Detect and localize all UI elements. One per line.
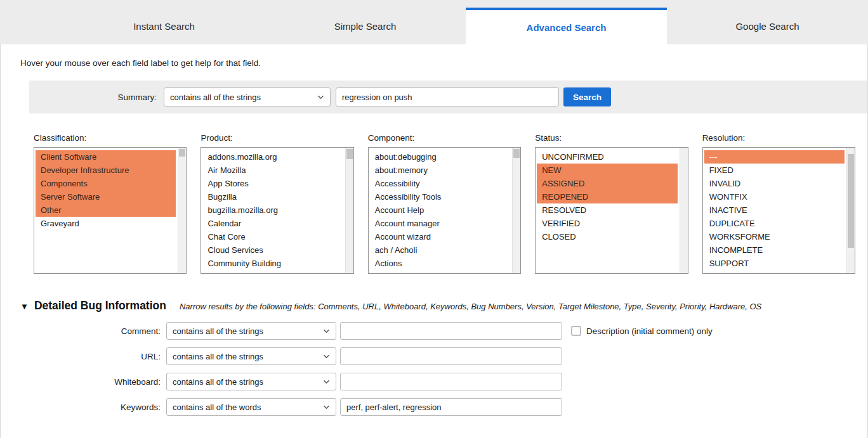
scrollbar[interactable]	[178, 148, 186, 273]
resolution-options: ---FIXEDINVALIDWONTFIXINACTIVEDUPLICATEW…	[703, 148, 846, 270]
filter-listboxes: Classification:Client SoftwareDeveloper …	[34, 133, 855, 274]
component-label: Component:	[368, 133, 521, 143]
option-community-building[interactable]: Community Building	[202, 257, 343, 270]
scrollbar[interactable]	[680, 148, 688, 273]
chevron-down-icon	[323, 329, 330, 333]
tab-instant-search[interactable]: Instant Search	[63, 8, 265, 44]
option-wontfix[interactable]: WONTFIX	[704, 190, 845, 203]
option-unconfirmed[interactable]: UNCONFIRMED	[537, 150, 677, 164]
select-value: contains all of the strings	[170, 93, 261, 102]
option-reopened[interactable]: REOPENED	[537, 190, 677, 203]
scrollbar[interactable]	[512, 148, 520, 273]
option-invalid[interactable]: INVALID	[704, 177, 845, 190]
option-worksforme[interactable]: WORKSFORME	[704, 230, 845, 243]
select-value: contains all of the words	[173, 403, 261, 412]
option-cloud-services[interactable]: Cloud Services	[202, 243, 343, 257]
resolution-field: Resolution:---FIXEDINVALIDWONTFIXINACTIV…	[702, 133, 855, 274]
scrollbar-thumb[interactable]	[346, 149, 353, 159]
detailed-fields: Comment:contains all of the stringsDescr…	[1, 322, 867, 416]
product-listbox[interactable]: addons.mozilla.orgAir MozillaApp StoresB…	[201, 147, 353, 274]
option-accessibility[interactable]: Accessibility	[370, 177, 510, 190]
search-button[interactable]: Search	[563, 87, 611, 106]
tab-advanced-search[interactable]: Advanced Search	[466, 8, 667, 44]
comment-label: Comment:	[1, 326, 161, 336]
option-about-memory[interactable]: about:memory	[370, 164, 510, 177]
option-closed[interactable]: CLOSED	[537, 230, 677, 243]
help-text: Hover your mouse over each field label t…	[20, 58, 867, 68]
keywords-input[interactable]	[340, 398, 562, 416]
option-account-wizard[interactable]: Account wizard	[370, 230, 510, 243]
option-app-stores[interactable]: App Stores	[202, 177, 343, 190]
whiteboard-label: Whiteboard:	[1, 377, 161, 387]
section-title: Detailed Bug Information	[34, 299, 166, 312]
description-only-checkbox-label[interactable]: Description (initial comment) only	[586, 326, 713, 336]
summary-match-select[interactable]: contains all of the strings	[164, 87, 331, 106]
option-developer-infrastructure[interactable]: Developer Infrastructure	[36, 164, 176, 177]
product-label: Product:	[201, 133, 353, 143]
url-row: URL:contains all of the strings	[1, 347, 867, 365]
component-listbox[interactable]: about:debuggingabout:memoryAccessibility…	[368, 147, 521, 274]
url-match-select[interactable]: contains all of the strings	[166, 347, 336, 365]
product-field: Product:addons.mozilla.orgAir MozillaApp…	[201, 133, 353, 274]
option-bugzilla[interactable]: Bugzilla	[202, 190, 343, 203]
component-field: Component:about:debuggingabout:memoryAcc…	[368, 133, 521, 274]
option-graveyard[interactable]: Graveyard	[36, 217, 176, 230]
search-tabs: Instant SearchSimple SearchAdvanced Sear…	[0, 0, 868, 44]
scrollbar-thumb[interactable]	[513, 149, 520, 158]
option-new[interactable]: NEW	[537, 164, 677, 177]
status-field: Status:UNCONFIRMEDNEWASSIGNEDREOPENEDRES…	[535, 133, 688, 274]
option-account-help[interactable]: Account Help	[370, 203, 510, 217]
tab-google-search[interactable]: Google Search	[667, 8, 868, 44]
option-ach-acholi[interactable]: ach / Acholi	[370, 243, 510, 257]
resolution-listbox[interactable]: ---FIXEDINVALIDWONTFIXINACTIVEDUPLICATEW…	[702, 147, 855, 274]
scrollbar[interactable]	[345, 148, 353, 273]
option-accessibility-tools[interactable]: Accessibility Tools	[370, 190, 510, 203]
collapse-arrow-icon[interactable]: ▼	[20, 302, 29, 311]
option-support[interactable]: SUPPORT	[704, 257, 845, 270]
scrollbar[interactable]	[846, 148, 855, 273]
select-value: contains all of the strings	[173, 377, 263, 387]
resolution-label: Resolution:	[702, 133, 855, 143]
scrollbar-thumb[interactable]	[179, 149, 185, 157]
whiteboard-input[interactable]	[340, 373, 562, 390]
option-inactive[interactable]: INACTIVE	[704, 203, 845, 217]
option-fixed[interactable]: FIXED	[704, 164, 845, 177]
classification-options: Client SoftwareDeveloper InfrastructureC…	[34, 148, 177, 230]
status-label: Status:	[535, 133, 688, 143]
option-air-mozilla[interactable]: Air Mozilla	[202, 164, 343, 177]
product-options: addons.mozilla.orgAir MozillaApp StoresB…	[201, 148, 344, 270]
detailed-bug-information-header[interactable]: ▼ Detailed Bug Information Narrow result…	[20, 299, 867, 312]
comment-input[interactable]	[340, 322, 562, 340]
option-actions[interactable]: Actions	[370, 257, 510, 270]
comment-match-select[interactable]: contains all of the strings	[166, 322, 336, 340]
option-other[interactable]: Other	[36, 203, 176, 217]
option-incomplete[interactable]: INCOMPLETE	[704, 243, 845, 257]
select-value: contains all of the strings	[173, 352, 263, 361]
option-resolved[interactable]: RESOLVED	[537, 203, 677, 217]
option-addons-mozilla-org[interactable]: addons.mozilla.org	[202, 150, 343, 164]
keywords-match-select[interactable]: contains all of the words	[166, 398, 336, 416]
option-duplicate[interactable]: DUPLICATE	[704, 217, 845, 230]
tab-simple-search[interactable]: Simple Search	[265, 8, 466, 44]
classification-field: Classification:Client SoftwareDeveloper …	[34, 133, 187, 274]
summary-input[interactable]	[336, 87, 559, 106]
option-verified[interactable]: VERIFIED	[537, 217, 677, 230]
option-client-software[interactable]: Client Software	[36, 150, 176, 164]
url-input[interactable]	[340, 347, 562, 365]
option-none[interactable]: ---	[704, 150, 845, 164]
option-components[interactable]: Components	[36, 177, 176, 190]
option-bugzilla-mozilla-org[interactable]: bugzilla.mozilla.org	[202, 203, 343, 217]
component-options: about:debuggingabout:memoryAccessibility…	[369, 148, 511, 270]
whiteboard-row: Whiteboard:contains all of the strings	[1, 373, 867, 390]
whiteboard-match-select[interactable]: contains all of the strings	[166, 373, 336, 390]
status-listbox[interactable]: UNCONFIRMEDNEWASSIGNEDREOPENEDRESOLVEDVE…	[535, 147, 688, 274]
option-assigned[interactable]: ASSIGNED	[537, 177, 677, 190]
option-chat-core[interactable]: Chat Core	[202, 230, 343, 243]
scrollbar-thumb[interactable]	[848, 154, 854, 248]
option-about-debugging[interactable]: about:debugging	[370, 150, 510, 164]
description-only-checkbox[interactable]	[571, 326, 581, 336]
classification-listbox[interactable]: Client SoftwareDeveloper InfrastructureC…	[34, 147, 187, 274]
option-server-software[interactable]: Server Software	[36, 190, 176, 203]
option-calendar[interactable]: Calendar	[202, 217, 343, 230]
option-account-manager[interactable]: Account manager	[370, 217, 510, 230]
